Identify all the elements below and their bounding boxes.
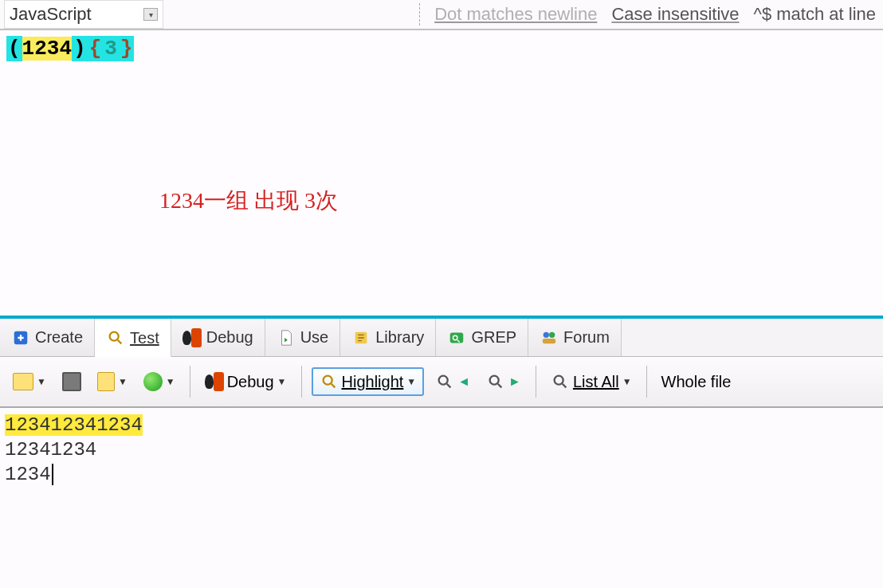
regex-line: (1234){3} bbox=[6, 37, 877, 61]
next-match-button[interactable]: ► bbox=[481, 369, 526, 394]
search-icon bbox=[320, 372, 339, 391]
tab-forum[interactable]: Forum bbox=[528, 319, 622, 356]
prev-match-button[interactable]: ◄ bbox=[430, 369, 475, 394]
anchors-flag[interactable]: ^$ match at line bbox=[754, 4, 876, 25]
tab-use[interactable]: Use bbox=[265, 319, 341, 356]
web-button[interactable]: ▼ bbox=[139, 369, 180, 394]
separator bbox=[301, 366, 302, 398]
svg-point-9 bbox=[439, 376, 448, 385]
create-icon bbox=[11, 328, 30, 347]
bug-icon bbox=[182, 328, 202, 347]
folder-icon bbox=[13, 373, 33, 390]
search-icon bbox=[551, 372, 570, 391]
arrow-right-icon: ► bbox=[508, 374, 521, 389]
use-icon bbox=[277, 328, 296, 347]
search-icon bbox=[106, 328, 125, 347]
svg-point-1 bbox=[110, 332, 119, 341]
tab-label: GREP bbox=[471, 328, 516, 347]
tab-grep[interactable]: GREP bbox=[436, 319, 528, 356]
tab-test[interactable]: Test bbox=[95, 319, 171, 357]
tab-label: Forum bbox=[563, 328, 610, 347]
tab-label: Library bbox=[375, 328, 424, 347]
list-all-button[interactable]: List All ▼ bbox=[546, 369, 637, 394]
regex-quantifier: 3 bbox=[103, 36, 119, 61]
save-button[interactable] bbox=[57, 369, 86, 394]
chevron-down-icon: ▼ bbox=[166, 376, 175, 387]
chevron-down-icon: ▼ bbox=[277, 376, 287, 387]
tab-library[interactable]: Library bbox=[340, 319, 436, 356]
scope-label: Whole file bbox=[661, 373, 732, 391]
library-icon bbox=[351, 328, 371, 347]
regex-editor[interactable]: (1234){3} 1234一组 出现 3次 bbox=[0, 30, 883, 319]
tab-label: Create bbox=[35, 328, 83, 347]
regex-digits: 1234 bbox=[22, 37, 72, 61]
separator bbox=[646, 366, 647, 398]
regex-brace-open: { bbox=[88, 36, 104, 61]
test-text-editor[interactable]: 123412341234 12341234 1234 bbox=[0, 408, 883, 492]
case-insensitive-flag[interactable]: Case insensitive bbox=[611, 4, 739, 25]
regex-close-paren: ) bbox=[72, 36, 88, 61]
search-prev-icon bbox=[435, 372, 454, 391]
disk-icon bbox=[62, 372, 81, 391]
regex-brace-close: } bbox=[119, 36, 135, 61]
svg-point-5 bbox=[544, 331, 549, 337]
svg-point-8 bbox=[323, 376, 332, 385]
dot-newline-flag[interactable]: Dot matches newline bbox=[434, 4, 597, 25]
test-toolbar: ▼ ▼ ▼ Debug ▼ Highlight ▼ ◄ ► List All ▼… bbox=[0, 357, 883, 408]
tab-label: Debug bbox=[206, 328, 253, 347]
svg-rect-3 bbox=[450, 332, 464, 343]
globe-icon bbox=[143, 372, 163, 391]
search-next-icon bbox=[486, 372, 505, 391]
match-highlight: 123412341234 bbox=[5, 414, 143, 436]
debug-button[interactable]: Debug ▼ bbox=[200, 369, 292, 394]
text-with-cursor: 1234 bbox=[5, 464, 53, 485]
chevron-down-icon: ▼ bbox=[622, 376, 632, 387]
highlight-label: Highlight bbox=[342, 373, 404, 391]
tab-bar: Create Test Debug Use Library GREP Forum bbox=[0, 319, 883, 357]
regex-open-paren: ( bbox=[6, 36, 22, 61]
chevron-down-icon: ▼ bbox=[406, 376, 416, 387]
scope-dropdown[interactable]: Whole file bbox=[657, 370, 736, 394]
svg-point-11 bbox=[555, 376, 563, 385]
flavor-dropdown[interactable]: JavaScript ▾ bbox=[4, 0, 163, 29]
list-all-label: List All bbox=[573, 373, 619, 391]
highlight-button[interactable]: Highlight ▼ bbox=[312, 367, 425, 396]
flavor-label: JavaScript bbox=[10, 4, 92, 25]
chevron-down-icon: ▼ bbox=[118, 376, 128, 387]
open-button[interactable]: ▼ bbox=[8, 370, 51, 394]
clipboard-icon bbox=[97, 372, 115, 391]
tab-label: Use bbox=[300, 328, 329, 347]
separator bbox=[419, 3, 420, 25]
arrow-left-icon: ◄ bbox=[457, 374, 470, 389]
top-toolbar: JavaScript ▾ Dot matches newline Case in… bbox=[0, 0, 883, 30]
svg-point-10 bbox=[490, 376, 499, 385]
tab-debug[interactable]: Debug bbox=[171, 319, 265, 356]
grep-icon bbox=[447, 328, 466, 347]
separator bbox=[536, 366, 536, 398]
svg-rect-7 bbox=[543, 338, 556, 343]
separator bbox=[190, 366, 190, 398]
test-line: 123412341234 bbox=[5, 413, 878, 437]
chevron-down-icon: ▼ bbox=[37, 376, 46, 387]
debug-label: Debug bbox=[227, 373, 274, 391]
chevron-down-icon: ▾ bbox=[143, 8, 158, 21]
bug-icon bbox=[205, 372, 224, 391]
annotation-text: 1234一组 出现 3次 bbox=[159, 186, 338, 216]
paste-button[interactable]: ▼ bbox=[92, 369, 132, 394]
regex-flags-area: Dot matches newline Case insensitive ^$ … bbox=[419, 3, 879, 25]
forum-icon bbox=[540, 328, 559, 347]
test-line: 12341234 bbox=[5, 437, 878, 462]
test-line: 1234 bbox=[5, 462, 878, 487]
svg-point-6 bbox=[549, 331, 555, 337]
tab-label: Test bbox=[130, 329, 159, 347]
tab-create[interactable]: Create bbox=[0, 319, 95, 356]
